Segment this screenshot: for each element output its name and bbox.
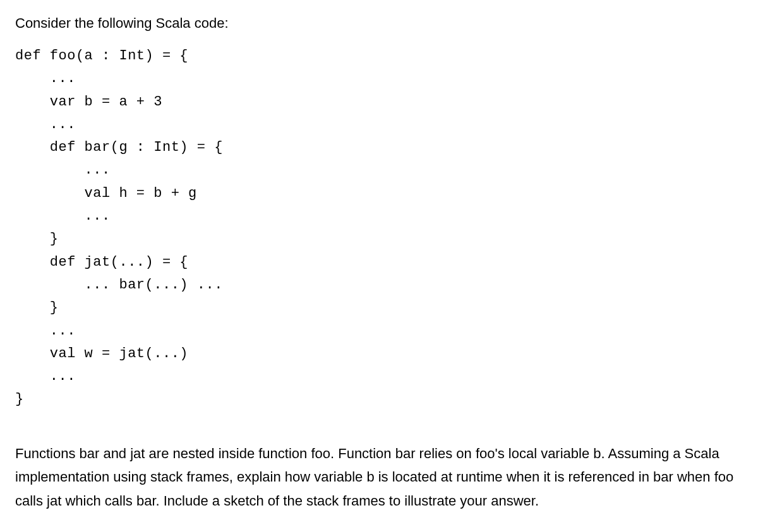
- intro-text: Consider the following Scala code:: [15, 13, 743, 33]
- code-block: def foo(a : Int) = { ... var b = a + 3 .…: [15, 45, 743, 411]
- question-text: Functions bar and jat are nested inside …: [15, 442, 743, 512]
